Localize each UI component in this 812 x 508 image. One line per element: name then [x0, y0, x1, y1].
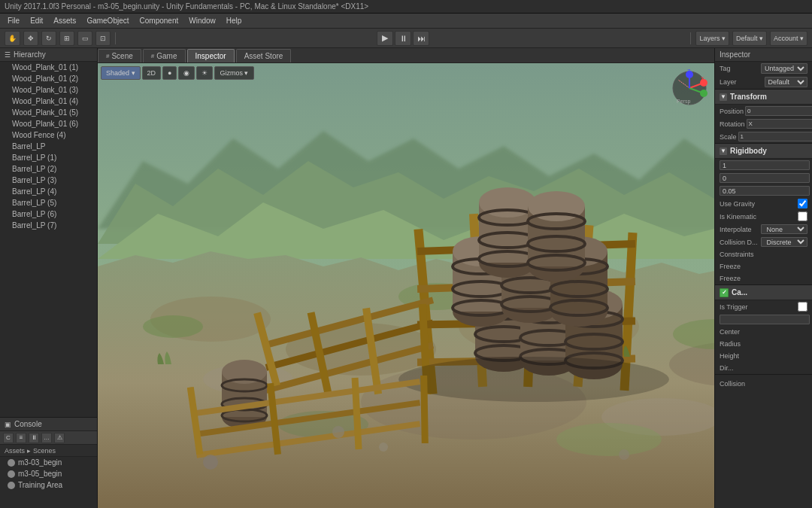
scene-effects-btn[interactable]: ☀ [196, 66, 213, 80]
drag-input[interactable] [720, 173, 810, 183]
step-btn[interactable]: ⏭ [413, 31, 429, 46]
menu-item-gameobject[interactable]: GameObject [82, 15, 133, 26]
console-error-pause-btn[interactable]: ⏸ [29, 433, 39, 443]
is-trigger-label: Is Trigger [720, 303, 798, 311]
angular-drag-input[interactable] [720, 186, 810, 196]
rigidbody-header[interactable]: ▼ Rigidbody [715, 144, 812, 159]
rotate-tool-btn[interactable]: ↻ [41, 31, 56, 46]
hierarchy-item[interactable]: Wood_Plank_01 (4) [0, 96, 97, 107]
asset-store-tab[interactable]: Asset Store [236, 49, 292, 62]
use-gravity-row: Use Gravity [715, 197, 812, 210]
hierarchy-section: ☰ Hierarchy Wood_Plank_01 (1)Wood_Plank_… [0, 48, 97, 418]
hierarchy-item[interactable]: Barrel_LP (5) [0, 197, 97, 208]
console-clear-btn[interactable]: C [3, 433, 14, 443]
scene-list-item[interactable]: m3-05_begin [0, 468, 97, 479]
transform-toggle[interactable]: ▼ [720, 93, 727, 101]
mass-input[interactable] [720, 160, 810, 170]
scale-tool-btn[interactable]: ⊞ [59, 31, 74, 46]
material-input[interactable] [720, 315, 810, 324]
capsule-collider-header[interactable]: ✓ Ca... [715, 285, 812, 300]
play-btn[interactable]: ▶ [377, 31, 393, 46]
hierarchy-item[interactable]: Barrel_LP [0, 141, 97, 152]
rigidbody-title: Rigidbody [730, 147, 767, 155]
pause-btn[interactable]: ⏸ [395, 31, 411, 46]
rotation-x-input[interactable] [747, 119, 812, 129]
menu-item-component[interactable]: Component [135, 15, 183, 26]
scene-unity-icon [8, 470, 15, 478]
svg-text:Z: Z [687, 69, 691, 74]
center-label: Center [720, 328, 807, 336]
transform-header[interactable]: ▼ Transform [715, 90, 812, 105]
hierarchy-header[interactable]: ☰ Hierarchy [0, 48, 97, 62]
tag-select[interactable]: Untagged [761, 63, 807, 74]
menu-item-assets[interactable]: Assets [49, 15, 80, 26]
mass-row: Mass [715, 159, 812, 172]
position-x-input[interactable] [745, 106, 812, 116]
hierarchy-item[interactable]: Barrel_LP (4) [0, 186, 97, 197]
scene-tab[interactable]: # Scene [98, 49, 141, 62]
console-icon-btn[interactable]: ⚠ [54, 433, 65, 443]
svg-point-97 [203, 455, 218, 470]
layers-btn[interactable]: Layers ▾ [695, 31, 729, 46]
account-btn[interactable]: Account ▾ [770, 31, 807, 46]
is-trigger-checkbox[interactable] [798, 302, 807, 312]
game-tab-icon: # [151, 53, 154, 59]
move-tool-btn[interactable]: ✥ [23, 31, 38, 46]
scene-audio-btn[interactable]: ◉ [178, 66, 195, 80]
rect-tool-btn[interactable]: ▭ [77, 31, 92, 46]
console-collapse-btn[interactable]: ≡ [16, 433, 26, 443]
transform-tool-btn[interactable]: ⊡ [95, 31, 111, 46]
inspector-tab[interactable]: Inspector [187, 49, 235, 62]
scene-item-label: m3-03_begin [18, 458, 62, 467]
scene-2d-btn[interactable]: 2D [142, 66, 162, 80]
hierarchy-item[interactable]: Wood_Plank_01 (1) [0, 62, 97, 73]
hierarchy-item[interactable]: Wood Fence (4) [0, 129, 97, 141]
tag-label: Tag [720, 65, 758, 72]
svg-point-95 [332, 426, 344, 438]
hierarchy-item[interactable]: Barrel_LP (3) [0, 175, 97, 186]
layer-select[interactable]: Default [765, 77, 808, 87]
breadcrumb-assets: Assets [5, 447, 25, 455]
scale-x-input[interactable] [738, 132, 812, 141]
freeze-row1: Freeze [715, 260, 812, 272]
scene-list-item[interactable]: m3-03_begin [0, 457, 97, 468]
rigidbody-toggle[interactable]: ▼ [720, 148, 727, 155]
hierarchy-item[interactable]: Wood_Plank_01 (2) [0, 73, 97, 84]
console-verbose-btn[interactable]: … [41, 433, 52, 443]
drag-row: Drag [715, 172, 812, 184]
scene-3d[interactable]: Shaded ▾ 2D ● ◉ ☀ Gizmos ▾ X Y [98, 63, 714, 508]
scale-label: Scale [720, 133, 737, 141]
hierarchy-item[interactable]: Barrel_LP (7) [0, 220, 97, 231]
scale-row: Scale [715, 130, 812, 143]
menu-item-edit[interactable]: Edit [26, 15, 47, 26]
scene-light-btn[interactable]: ● [162, 66, 177, 80]
console-header[interactable]: ▣ Console [0, 418, 97, 431]
hierarchy-item[interactable]: Barrel_LP (2) [0, 163, 97, 175]
hierarchy-item[interactable]: Barrel_LP (6) [0, 208, 97, 220]
game-tab[interactable]: # Game [143, 49, 186, 62]
menu-item-file[interactable]: File [3, 15, 24, 26]
rotation-label: Rotation [720, 120, 745, 128]
scene-list-item[interactable]: Training Area [0, 479, 97, 491]
hierarchy-item[interactable]: Wood_Plank_01 (5) [0, 107, 97, 118]
collision-d-label: Collision D... [720, 239, 761, 246]
console-toolbar: C ≡ ⏸ … ⚠ [0, 431, 97, 445]
interpolate-select[interactable]: None [761, 224, 808, 234]
hierarchy-item[interactable]: Barrel_LP (1) [0, 152, 97, 163]
center-row: Center [715, 326, 812, 338]
main-layout: ☰ Hierarchy Wood_Plank_01 (1)Wood_Plank_… [0, 48, 812, 508]
breadcrumb-scenes: Scenes [33, 447, 56, 455]
menu-item-help[interactable]: Help [222, 15, 247, 26]
collision-d-select[interactable]: Discrete [761, 237, 808, 247]
hierarchy-item[interactable]: Wood_Plank_01 (3) [0, 84, 97, 96]
use-gravity-checkbox[interactable] [798, 199, 807, 208]
is-kinematic-checkbox[interactable] [798, 211, 807, 221]
scene-shaded-btn[interactable]: Shaded ▾ [101, 66, 141, 80]
menu-item-window[interactable]: Window [184, 15, 220, 26]
capsule-collider-checkbox[interactable]: ✓ [720, 288, 729, 297]
rigidbody-section: ▼ Rigidbody Mass Drag Angular Drag Use G… [715, 144, 812, 285]
scene-gizmos-btn[interactable]: Gizmos ▾ [214, 66, 253, 80]
hierarchy-item[interactable]: Wood_Plank_01 (6) [0, 118, 97, 129]
layout-btn[interactable]: Default ▾ [732, 31, 767, 46]
hand-tool-btn[interactable]: ✋ [5, 31, 20, 46]
